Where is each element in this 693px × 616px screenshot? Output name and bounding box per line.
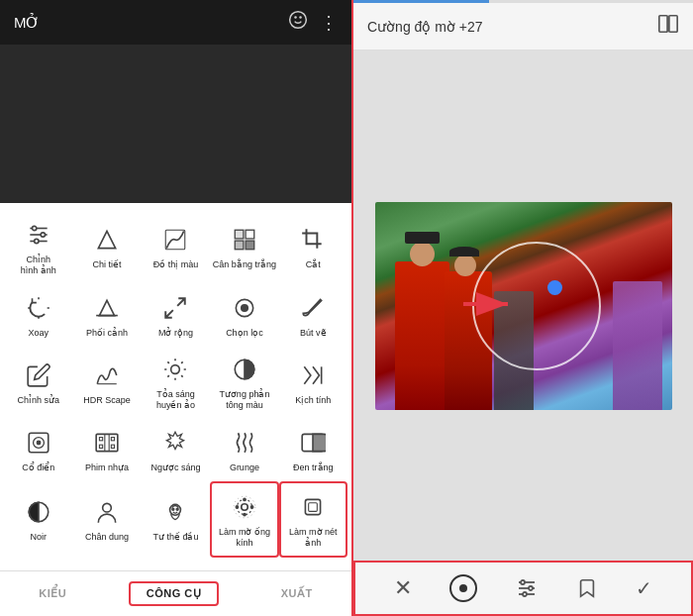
svg-point-23	[37, 441, 40, 444]
tool-phoi-canh[interactable]: Phối cảnh	[72, 284, 141, 347]
svg-point-42	[244, 513, 246, 515]
confirm-button[interactable]: ✓	[636, 576, 652, 600]
left-top-icons: ⋮	[288, 10, 338, 35]
tool-label: Tỏa sáng huyền ảo	[144, 389, 208, 411]
svg-point-17	[242, 304, 248, 311]
svg-point-35	[172, 509, 174, 511]
glow-icon	[159, 354, 191, 385]
contrast-icon	[229, 354, 260, 385]
svg-rect-11	[235, 231, 244, 240]
adjust-sliders-button[interactable]	[515, 576, 539, 600]
svg-rect-24	[96, 434, 118, 451]
target-button[interactable]	[449, 574, 477, 602]
film-icon	[91, 427, 123, 459]
svg-rect-28	[111, 445, 114, 448]
svg-rect-26	[100, 445, 103, 448]
tool-tu-the-dau[interactable]: Tư thế đầu	[142, 481, 210, 559]
svg-point-7	[41, 233, 45, 237]
tool-label: Noir	[30, 532, 47, 543]
save-preset-button[interactable]	[576, 577, 598, 599]
tool-noir[interactable]: Noir	[4, 481, 72, 559]
svg-point-40	[244, 498, 246, 500]
wb-icon	[229, 224, 260, 256]
hdr-icon	[91, 359, 123, 391]
more-icon[interactable]: ⋮	[320, 12, 338, 34]
tools-grid-area: Chỉnhhình ảnh Chi tiết	[0, 203, 351, 616]
tool-label: Phim nhựa	[85, 462, 129, 473]
tool-chinh-sua[interactable]: Chỉnh sửa	[4, 346, 72, 419]
tab-kieu[interactable]: KIỂU	[23, 583, 82, 604]
tool-chi-tiet[interactable]: Chi tiết	[72, 211, 141, 284]
noir-icon	[23, 496, 54, 528]
tool-co-dien[interactable]: Cổ điển	[4, 419, 72, 481]
svg-point-56	[523, 592, 527, 596]
svg-rect-45	[309, 502, 318, 511]
tool-phim-nhua[interactable]: Phim nhựa	[72, 419, 141, 481]
grunge-icon	[229, 427, 260, 459]
tool-hdr-scape[interactable]: HDR Scape	[72, 346, 141, 419]
tool-toa-sang[interactable]: Tỏa sáng huyền ảo	[142, 346, 210, 419]
tool-chon-loc[interactable]: Chọn lọc	[210, 284, 278, 347]
tool-lam-mo-ong-kinh[interactable]: Làm mờ ống kính	[210, 481, 278, 559]
tool-label: Chân dung	[85, 532, 129, 543]
tool-do-thi-mau[interactable]: Đồ thị màu	[142, 211, 210, 284]
left-title: MỞ	[14, 14, 41, 32]
svg-rect-46	[659, 16, 667, 33]
svg-rect-12	[246, 231, 254, 240]
svg-rect-47	[669, 16, 677, 33]
tool-nguoc-sang[interactable]: Ngược sáng	[142, 419, 210, 481]
tool-tuong-phan[interactable]: Tương phản tông màu	[210, 346, 278, 419]
brush-icon	[297, 292, 329, 324]
tab-xuat[interactable]: XUẤT	[265, 583, 329, 604]
tool-grunge[interactable]: Grunge	[210, 419, 278, 481]
tools-grid: Chỉnhhình ảnh Chi tiết	[0, 203, 351, 558]
svg-point-36	[177, 509, 179, 511]
right-panel: Cường độ mờ +27	[351, 0, 693, 616]
svg-point-55	[529, 586, 533, 590]
compare-icon[interactable]	[657, 13, 679, 40]
backlight-icon	[159, 427, 191, 459]
tool-but-ve[interactable]: Bút vẽ	[279, 284, 347, 347]
tab-cong-cu[interactable]: CÔNG CỤ	[129, 581, 220, 606]
tool-label: HDR Scape	[83, 395, 131, 406]
svg-rect-13	[235, 241, 244, 250]
tool-lam-mo-net-anh[interactable]: Làm mờ nét ảnh	[279, 481, 347, 559]
left-panel: MỞ ⋮	[0, 0, 351, 616]
tool-xoay[interactable]: Xoay	[4, 284, 72, 347]
tool-can-bang-trang[interactable]: Cân bằng trắng	[210, 211, 278, 284]
lens-blur-dot[interactable]	[547, 280, 562, 295]
tools-grid-wrapper: Chỉnhhình ảnh Chi tiết	[0, 203, 351, 570]
svg-point-38	[237, 499, 251, 514]
sliders-icon	[23, 219, 54, 251]
graph-icon	[159, 224, 191, 256]
tool-mo-rong[interactable]: Mở rộng	[142, 284, 210, 347]
left-image-area	[0, 45, 351, 203]
red-arrow	[458, 289, 518, 323]
tool-label: Tương phản tông màu	[212, 389, 276, 411]
cancel-button[interactable]: ✕	[394, 575, 412, 601]
svg-rect-25	[100, 438, 103, 441]
svg-rect-14	[246, 241, 254, 250]
tool-den-trang[interactable]: Đen trắng	[279, 419, 347, 481]
tool-cat[interactable]: Cắt	[279, 211, 347, 284]
lens-blur-icon	[229, 491, 260, 523]
tool-label: Bút vẽ	[300, 328, 327, 339]
svg-point-8	[34, 239, 38, 243]
select-icon	[229, 292, 260, 324]
tool-label: Cân bằng trắng	[213, 259, 276, 270]
svg-rect-27	[111, 438, 114, 441]
svg-point-41	[250, 506, 252, 508]
tool-label: Tư thế đầu	[152, 532, 198, 543]
tool-label: Xoay	[28, 328, 49, 339]
crop-icon	[297, 224, 329, 256]
progress-bar	[353, 0, 489, 3]
triangle-icon	[91, 224, 123, 256]
svg-point-43	[236, 506, 238, 508]
tool-chan-dung[interactable]: Chân dung	[72, 481, 141, 559]
tool-kich-tinh[interactable]: Kịch tính	[279, 346, 347, 419]
svg-point-54	[521, 580, 525, 584]
tool-label: Kịch tính	[295, 395, 331, 406]
tool-chinh-hinh-anh[interactable]: Chỉnhhình ảnh	[4, 211, 72, 284]
tool-label: Mở rộng	[158, 328, 193, 339]
drama-icon	[297, 359, 329, 391]
